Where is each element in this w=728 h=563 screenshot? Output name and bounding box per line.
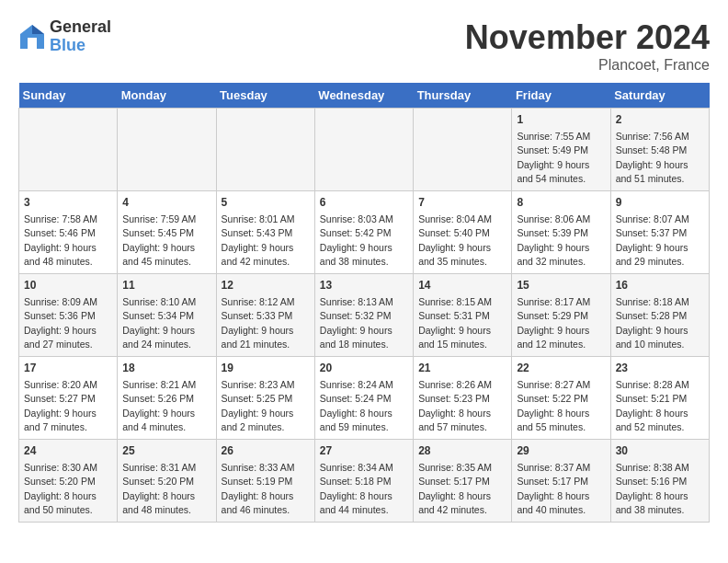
calendar-cell: 21Sunrise: 8:26 AM Sunset: 5:23 PM Dayli… <box>414 357 512 440</box>
calendar-cell: 24Sunrise: 8:30 AM Sunset: 5:20 PM Dayli… <box>19 440 118 523</box>
calendar-cell: 26Sunrise: 8:33 AM Sunset: 5:19 PM Dayli… <box>216 440 314 523</box>
calendar-cell: 3Sunrise: 7:58 AM Sunset: 5:46 PM Daylig… <box>19 191 118 274</box>
calendar-cell: 6Sunrise: 8:03 AM Sunset: 5:42 PM Daylig… <box>314 191 413 274</box>
day-info: Sunrise: 8:03 AM Sunset: 5:42 PM Dayligh… <box>320 213 393 267</box>
month-title: November 2024 <box>465 18 710 57</box>
day-number: 30 <box>616 443 704 459</box>
day-number: 16 <box>616 278 704 293</box>
day-info: Sunrise: 8:27 AM Sunset: 5:22 PM Dayligh… <box>517 379 590 432</box>
calendar-cell: 22Sunrise: 8:27 AM Sunset: 5:22 PM Dayli… <box>512 357 610 440</box>
week-row-4: 24Sunrise: 8:30 AM Sunset: 5:20 PM Dayli… <box>19 440 710 523</box>
day-number: 1 <box>517 112 605 128</box>
header-tuesday: Tuesday <box>216 83 314 109</box>
header-saturday: Saturday <box>610 83 709 109</box>
logo: General Blue <box>18 18 111 55</box>
calendar-table: SundayMondayTuesdayWednesdayThursdayFrid… <box>18 83 710 523</box>
day-number: 18 <box>122 361 210 376</box>
day-number: 11 <box>122 278 210 293</box>
day-number: 2 <box>616 112 704 128</box>
logo-icon <box>18 23 46 51</box>
day-number: 9 <box>616 195 704 211</box>
calendar-cell: 7Sunrise: 8:04 AM Sunset: 5:40 PM Daylig… <box>414 191 512 274</box>
day-number: 28 <box>418 443 506 459</box>
day-info: Sunrise: 8:23 AM Sunset: 5:25 PM Dayligh… <box>222 379 295 432</box>
svg-rect-2 <box>28 38 37 49</box>
day-number: 23 <box>616 361 704 376</box>
calendar-cell: 14Sunrise: 8:15 AM Sunset: 5:31 PM Dayli… <box>414 274 512 357</box>
day-info: Sunrise: 8:12 AM Sunset: 5:33 PM Dayligh… <box>222 296 295 350</box>
day-info: Sunrise: 8:18 AM Sunset: 5:28 PM Dayligh… <box>616 296 689 350</box>
day-number: 24 <box>24 443 112 459</box>
header-wednesday: Wednesday <box>314 83 413 109</box>
day-number: 25 <box>122 443 210 459</box>
calendar-cell: 1Sunrise: 7:55 AM Sunset: 5:49 PM Daylig… <box>512 109 610 191</box>
calendar-cell: 18Sunrise: 8:21 AM Sunset: 5:26 PM Dayli… <box>118 357 216 440</box>
calendar-cell: 28Sunrise: 8:35 AM Sunset: 5:17 PM Dayli… <box>414 440 512 523</box>
day-number: 22 <box>517 361 605 376</box>
calendar-cell: 4Sunrise: 7:59 AM Sunset: 5:45 PM Daylig… <box>118 191 216 274</box>
calendar-cell: 27Sunrise: 8:34 AM Sunset: 5:18 PM Dayli… <box>314 440 413 523</box>
day-number: 26 <box>222 443 310 459</box>
day-number: 20 <box>320 361 408 376</box>
calendar-cell: 13Sunrise: 8:13 AM Sunset: 5:32 PM Dayli… <box>314 274 413 357</box>
calendar-cell <box>216 109 314 191</box>
header-row: SundayMondayTuesdayWednesdayThursdayFrid… <box>19 83 710 109</box>
calendar-cell: 12Sunrise: 8:12 AM Sunset: 5:33 PM Dayli… <box>216 274 314 357</box>
day-number: 14 <box>418 278 506 293</box>
week-row-2: 10Sunrise: 8:09 AM Sunset: 5:36 PM Dayli… <box>19 274 710 357</box>
day-info: Sunrise: 8:04 AM Sunset: 5:40 PM Dayligh… <box>418 213 492 267</box>
calendar-cell: 5Sunrise: 8:01 AM Sunset: 5:43 PM Daylig… <box>216 191 314 274</box>
day-info: Sunrise: 8:28 AM Sunset: 5:21 PM Dayligh… <box>616 379 689 432</box>
week-row-0: 1Sunrise: 7:55 AM Sunset: 5:49 PM Daylig… <box>19 109 710 191</box>
day-info: Sunrise: 8:38 AM Sunset: 5:16 PM Dayligh… <box>616 462 689 515</box>
day-info: Sunrise: 8:20 AM Sunset: 5:27 PM Dayligh… <box>24 379 97 432</box>
day-info: Sunrise: 8:24 AM Sunset: 5:24 PM Dayligh… <box>320 379 393 432</box>
title-block: November 2024 Plancoet, France <box>465 18 710 74</box>
day-info: Sunrise: 8:15 AM Sunset: 5:31 PM Dayligh… <box>418 296 492 350</box>
calendar-cell: 17Sunrise: 8:20 AM Sunset: 5:27 PM Dayli… <box>19 357 118 440</box>
calendar-cell: 8Sunrise: 8:06 AM Sunset: 5:39 PM Daylig… <box>512 191 610 274</box>
day-number: 17 <box>24 361 112 376</box>
day-info: Sunrise: 8:01 AM Sunset: 5:43 PM Dayligh… <box>222 213 295 267</box>
day-number: 29 <box>517 443 605 459</box>
day-info: Sunrise: 8:10 AM Sunset: 5:34 PM Dayligh… <box>122 296 196 350</box>
calendar-cell: 20Sunrise: 8:24 AM Sunset: 5:24 PM Dayli… <box>314 357 413 440</box>
calendar-cell: 16Sunrise: 8:18 AM Sunset: 5:28 PM Dayli… <box>610 274 709 357</box>
header-monday: Monday <box>118 83 216 109</box>
logo-blue: Blue <box>50 37 111 55</box>
calendar-cell: 11Sunrise: 8:10 AM Sunset: 5:34 PM Dayli… <box>118 274 216 357</box>
day-info: Sunrise: 8:31 AM Sunset: 5:20 PM Dayligh… <box>122 462 196 515</box>
day-info: Sunrise: 8:21 AM Sunset: 5:26 PM Dayligh… <box>122 379 196 432</box>
calendar-cell: 29Sunrise: 8:37 AM Sunset: 5:17 PM Dayli… <box>512 440 610 523</box>
day-info: Sunrise: 7:55 AM Sunset: 5:49 PM Dayligh… <box>517 131 590 184</box>
header-thursday: Thursday <box>414 83 512 109</box>
day-number: 15 <box>517 278 605 293</box>
day-number: 3 <box>24 195 112 211</box>
day-info: Sunrise: 8:17 AM Sunset: 5:29 PM Dayligh… <box>517 296 590 350</box>
day-info: Sunrise: 8:35 AM Sunset: 5:17 PM Dayligh… <box>418 462 492 515</box>
day-info: Sunrise: 8:09 AM Sunset: 5:36 PM Dayligh… <box>24 296 97 350</box>
day-info: Sunrise: 7:56 AM Sunset: 5:48 PM Dayligh… <box>616 131 689 184</box>
day-info: Sunrise: 7:58 AM Sunset: 5:46 PM Dayligh… <box>24 213 97 267</box>
calendar-cell: 2Sunrise: 7:56 AM Sunset: 5:48 PM Daylig… <box>610 109 709 191</box>
svg-marker-1 <box>32 25 44 34</box>
day-number: 10 <box>24 278 112 293</box>
logo-general: General <box>50 18 111 37</box>
day-number: 19 <box>222 361 310 376</box>
day-info: Sunrise: 8:37 AM Sunset: 5:17 PM Dayligh… <box>517 462 590 515</box>
header-sunday: Sunday <box>19 83 118 109</box>
day-info: Sunrise: 8:33 AM Sunset: 5:19 PM Dayligh… <box>222 462 295 515</box>
calendar-cell <box>314 109 413 191</box>
calendar-cell: 15Sunrise: 8:17 AM Sunset: 5:29 PM Dayli… <box>512 274 610 357</box>
logo-text: General Blue <box>50 18 111 55</box>
day-number: 8 <box>517 195 605 211</box>
day-number: 6 <box>320 195 408 211</box>
page-header: General Blue November 2024 Plancoet, Fra… <box>18 18 710 74</box>
calendar-cell <box>118 109 216 191</box>
calendar-cell: 25Sunrise: 8:31 AM Sunset: 5:20 PM Dayli… <box>118 440 216 523</box>
day-number: 4 <box>122 195 210 211</box>
day-number: 5 <box>222 195 310 211</box>
day-number: 21 <box>418 361 506 376</box>
day-info: Sunrise: 8:26 AM Sunset: 5:23 PM Dayligh… <box>418 379 492 432</box>
location: Plancoet, France <box>465 57 710 74</box>
